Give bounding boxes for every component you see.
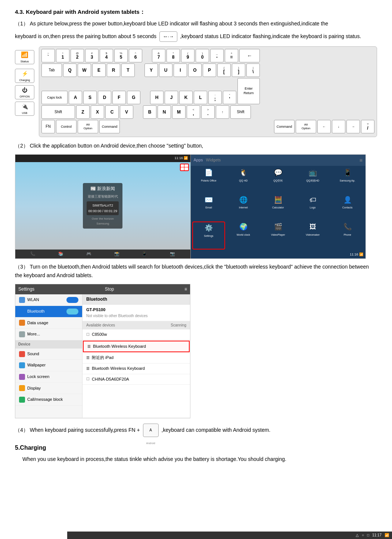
step3-para: （3） Turn on the bluetooth,then Android t… bbox=[15, 263, 377, 281]
section-title: 4.3. Keyboard pair with Android system t… bbox=[15, 7, 377, 16]
settings-sound[interactable]: Sound bbox=[15, 349, 82, 360]
bt-gt-device: GT-PS100 Not visible to other Bluetooth … bbox=[83, 305, 190, 322]
bt-ipad-name: 附近的 iPad bbox=[92, 354, 113, 361]
key-g: G bbox=[127, 91, 140, 104]
key-control: Control bbox=[56, 120, 77, 133]
step3-text: Turn on the bluetooth,then Android table… bbox=[15, 264, 369, 279]
key-slash: ?/ bbox=[361, 120, 374, 133]
kb-row-bottom: FN Control AltOption Command Command Alt… bbox=[41, 120, 374, 133]
step2-para: （2） Click the application button on Andr… bbox=[15, 142, 377, 151]
key-left: ← bbox=[317, 120, 331, 133]
bt-device-wireless-keyboard[interactable]: ☰ Bluetooth Wireless Keyboard bbox=[83, 341, 190, 353]
key-minus: _- bbox=[210, 49, 224, 62]
settings-wlan[interactable]: WLAN bbox=[15, 294, 82, 306]
bt-available-header: Available devices Scanning bbox=[83, 321, 190, 329]
bluetooth-title: Bluetooth bbox=[86, 296, 107, 303]
bt-device-ipad[interactable]: ☰ 附近的 iPad bbox=[83, 353, 190, 363]
key-o: O bbox=[188, 63, 202, 77]
key-d: D bbox=[98, 91, 111, 104]
key-lbracket: {[ bbox=[217, 63, 231, 77]
status-icon-container: 📶 Status bbox=[15, 50, 34, 64]
settings-more[interactable]: More... bbox=[15, 329, 82, 340]
step4-label: （4） bbox=[15, 427, 28, 433]
callblock-label: Call/message block bbox=[27, 396, 63, 403]
key-r: R bbox=[107, 63, 120, 77]
step2-screenshots: 11:16 📶 📰 新浪新闻 迎接三星智能新时代 SIMITbALnT200:0… bbox=[15, 154, 366, 259]
status-icon-box: 📶 Status bbox=[15, 50, 34, 64]
bt-label: Bluetooth bbox=[27, 308, 44, 315]
more-icon bbox=[19, 331, 25, 337]
bt-device-wireless-keyboard2[interactable]: ☰ Bluetooth Wireless Keyboard bbox=[83, 363, 190, 374]
more-label: More... bbox=[27, 331, 40, 338]
charging-text: When you use keyboard in process,the sta… bbox=[22, 456, 286, 462]
lockscreen-icon bbox=[19, 374, 25, 380]
android-apps-screenshot: Apps Widgets ≡ 📄Polaris Office 🐧QQ HD 💬Q… bbox=[191, 155, 366, 258]
key-0: )0 bbox=[196, 49, 209, 62]
bt-wireless-kb2-name: Bluetooth Wireless Keyboard bbox=[92, 365, 145, 372]
kb-side-panel: 📶 Status ⚡ Charging ⏻ OFF/ON 🔌 USB bbox=[15, 46, 34, 116]
bt-china-name: CHINA-D5A6DF20A bbox=[92, 376, 129, 383]
step4-para: （4） When keyboard pairing successfully,p… bbox=[15, 424, 377, 437]
key-w: W bbox=[78, 63, 91, 77]
key-alt-option-right: AltOption bbox=[296, 120, 316, 133]
datausage-label: Data usage bbox=[27, 320, 48, 326]
step1-label: （1） bbox=[15, 21, 28, 27]
key-tab: Tab bbox=[41, 63, 62, 77]
settings-stop-btn[interactable]: Stop bbox=[105, 286, 114, 293]
step1-text3: ,keyboard status LED indicator flashing,… bbox=[180, 33, 361, 39]
key-f: F bbox=[112, 91, 126, 104]
bt-device-c8500w[interactable]: ☐ C8500w bbox=[83, 329, 190, 340]
key-l: L bbox=[194, 91, 207, 104]
settings-callblock[interactable]: Call/message block bbox=[15, 394, 82, 406]
lockscreen-label: Lock screen bbox=[27, 374, 49, 380]
settings-datausage[interactable]: Data usage bbox=[15, 317, 82, 329]
power-icon-box: ⏻ OFF/ON bbox=[15, 85, 34, 99]
settings-display[interactable]: Display bbox=[15, 383, 82, 394]
key-rbracket: }] bbox=[232, 63, 245, 77]
sound-icon bbox=[19, 351, 25, 357]
key-m: M bbox=[172, 105, 186, 119]
settings-wallpaper[interactable]: Wallpaper bbox=[15, 360, 82, 371]
usb-icon-box: 🔌 USB bbox=[15, 102, 34, 116]
key-tilde: ~` bbox=[41, 49, 55, 62]
settings-header: Settings Stop ≡ bbox=[15, 284, 190, 294]
device-section-header: Device bbox=[15, 340, 82, 349]
key-2: @2 bbox=[71, 49, 84, 62]
bt-c8500w-name: C8500w bbox=[92, 331, 107, 338]
key-quote: "' bbox=[223, 91, 236, 104]
key-n: N bbox=[158, 105, 171, 119]
wlan-toggle[interactable] bbox=[66, 297, 78, 303]
step1-para: （1） As picture below,press the power but… bbox=[15, 19, 377, 28]
kb-row-asdf: Caps lock A S D F G H J K L :; "' EnterR… bbox=[41, 78, 374, 104]
bt-gt-subtitle: Not visible to other Bluetooth devices bbox=[86, 313, 186, 319]
key-i: I bbox=[174, 63, 187, 77]
bt-scanning-label: Scanning bbox=[171, 322, 186, 328]
key-h: H bbox=[150, 91, 164, 104]
bt-toggle[interactable] bbox=[66, 309, 78, 315]
settings-title: Settings bbox=[18, 286, 34, 293]
step2-text: Click the application button on Android … bbox=[30, 143, 203, 149]
keyboard-diagram: 📶 Status ⚡ Charging ⏻ OFF/ON 🔌 USB ~` bbox=[15, 46, 377, 137]
key-q: Q bbox=[63, 63, 77, 77]
key-x: X bbox=[91, 105, 104, 119]
step3-label: （3） bbox=[15, 264, 28, 270]
keyboard-body: ~` !1 @2 #3 $4 %5 ^6 &7 *8 (9 )0 _- += ←… bbox=[39, 46, 377, 137]
key-u: U bbox=[159, 63, 172, 77]
kb-row-numbers: ~` !1 @2 #3 $4 %5 ^6 &7 *8 (9 )0 _- += ← bbox=[41, 49, 374, 62]
key-command-left: Command bbox=[99, 120, 120, 133]
step4-text1: When keyboard pairing successfully,press… bbox=[30, 427, 140, 433]
pairing-button-icon: ↔·→ bbox=[159, 31, 177, 42]
settings-bluetooth[interactable]: Bluetooth bbox=[15, 306, 82, 317]
key-equals: += bbox=[225, 49, 238, 62]
key-1: !1 bbox=[56, 49, 69, 62]
display-label: Display bbox=[27, 385, 41, 392]
wallpaper-icon bbox=[19, 362, 25, 368]
bt-device-china[interactable]: ☐ CHINA-D5A6DF20A bbox=[83, 374, 190, 385]
key-right: → bbox=[346, 120, 360, 133]
android-home-screenshot: 11:16 📶 📰 新浪新闻 迎接三星智能新时代 SIMITbALnT200:0… bbox=[15, 155, 191, 258]
key-e: E bbox=[92, 63, 106, 77]
settings-lockscreen[interactable]: Lock screen bbox=[15, 371, 82, 383]
wallpaper-label: Wallpaper bbox=[27, 362, 46, 369]
step2-label: （2） bbox=[15, 143, 28, 149]
key-t: T bbox=[121, 63, 135, 77]
